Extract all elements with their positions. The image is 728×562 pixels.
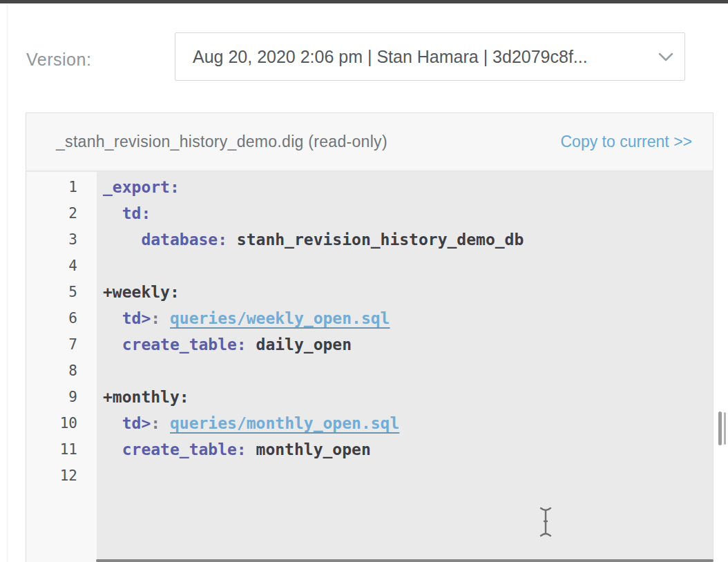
line-number: 2 bbox=[26, 200, 77, 226]
code-token: td: bbox=[122, 204, 151, 222]
revision-history-screen: Version: Aug 20, 2020 2:06 pm | Stan Ham… bbox=[0, 0, 728, 562]
code-token: create_table: bbox=[122, 336, 247, 353]
version-select[interactable]: Aug 20, 2020 2:06 pm | Stan Hamara | 3d2… bbox=[175, 32, 685, 81]
code-token bbox=[103, 414, 122, 432]
code-token bbox=[103, 440, 122, 458]
line-number: 10 bbox=[26, 410, 77, 436]
gutter: 123456789101112 bbox=[26, 172, 97, 562]
line-number: 8 bbox=[26, 358, 77, 384]
code-line: td>: queries/monthly_open.sql bbox=[103, 410, 713, 436]
code-token: create_table: bbox=[122, 440, 247, 458]
line-number: 5 bbox=[26, 279, 77, 305]
code-lines: _export: td: database: stanh_revision_hi… bbox=[97, 172, 713, 562]
line-number: 11 bbox=[26, 436, 77, 463]
code-line: create_table: daily_open bbox=[103, 331, 713, 358]
code-token: monthly_open bbox=[247, 440, 371, 458]
code-token: _export: bbox=[103, 178, 180, 196]
vertical-scrollbar-thumb[interactable] bbox=[718, 411, 728, 445]
file-panel-header: _stanh_revision_history_demo.dig (read-o… bbox=[26, 113, 713, 171]
code-line: +weekly: bbox=[103, 279, 713, 305]
copy-to-current-link[interactable]: Copy to current >> bbox=[561, 133, 693, 151]
scrollbar-bar bbox=[724, 412, 726, 445]
version-label: Version: bbox=[26, 50, 91, 70]
code-line: td>: queries/weekly_open.sql bbox=[103, 305, 713, 331]
code-line bbox=[103, 463, 713, 489]
line-number: 1 bbox=[26, 174, 77, 200]
text-cursor-icon bbox=[539, 506, 553, 541]
code-token: +weekly: bbox=[103, 283, 180, 301]
code-token bbox=[103, 204, 122, 222]
line-number: 4 bbox=[26, 253, 77, 279]
top-window-edge bbox=[0, 0, 728, 3]
code-token bbox=[160, 414, 170, 432]
code-token: +monthly: bbox=[103, 388, 189, 406]
code-line: td: bbox=[103, 200, 713, 226]
code-line bbox=[103, 358, 713, 384]
code-line: database: stanh_revision_history_demo_db bbox=[103, 226, 713, 253]
code-line: create_table: monthly_open bbox=[103, 436, 713, 463]
line-number: 7 bbox=[26, 331, 77, 358]
line-number: 12 bbox=[26, 463, 77, 489]
scrollbar-bar bbox=[718, 411, 722, 445]
code-token: td> bbox=[122, 309, 151, 327]
code-token: daily_open bbox=[247, 336, 352, 353]
code-token: : bbox=[151, 309, 160, 327]
code-editor[interactable]: 123456789101112 _export: td: database: s… bbox=[26, 172, 713, 562]
code-token: : bbox=[151, 414, 160, 432]
chevron-down-icon bbox=[658, 52, 673, 65]
left-edge-divider bbox=[7, 4, 8, 562]
line-number: 3 bbox=[26, 226, 77, 253]
code-token bbox=[103, 231, 141, 249]
code-line bbox=[103, 253, 713, 279]
code-token bbox=[103, 336, 122, 353]
line-number: 6 bbox=[26, 305, 77, 331]
code-line: _export: bbox=[103, 174, 713, 200]
code-token bbox=[103, 309, 122, 327]
sql-file-link[interactable]: queries/monthly_open.sql bbox=[170, 414, 399, 432]
line-number: 9 bbox=[26, 384, 77, 410]
code-token: td> bbox=[122, 414, 151, 432]
code-line: +monthly: bbox=[103, 384, 713, 410]
workflow-file-panel: _stanh_revision_history_demo.dig (read-o… bbox=[26, 113, 713, 562]
code-token: stanh_revision_history_demo_db bbox=[227, 231, 524, 249]
sql-file-link[interactable]: queries/weekly_open.sql bbox=[170, 309, 390, 327]
horizontal-scrollbar-thumb[interactable] bbox=[96, 559, 713, 562]
code-token: database: bbox=[141, 231, 227, 249]
code-token bbox=[160, 309, 170, 327]
filename-readonly-label: _stanh_revision_history_demo.dig (read-o… bbox=[56, 133, 387, 151]
version-select-value: Aug 20, 2020 2:06 pm | Stan Hamara | 3d2… bbox=[175, 47, 588, 67]
